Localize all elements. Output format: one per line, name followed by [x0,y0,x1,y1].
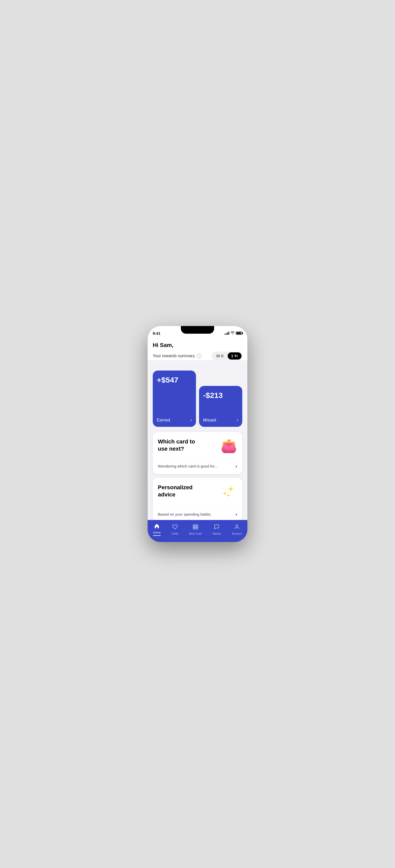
tab-home-label: Home [153,531,161,534]
which-card-feature[interactable]: Which card to use next? 👛 Wondering whic… [153,432,242,474]
personalized-footer: Based on your spending habits. › [158,507,237,517]
period-30d-button[interactable]: 30 D [212,352,227,360]
earned-card[interactable]: +$547 Earned › [153,371,196,427]
invite-icon [172,524,178,531]
tab-invite[interactable]: Invite [169,523,182,536]
tab-account-label: Account [232,532,242,535]
personalized-arrow: › [235,511,237,517]
earned-amount: +$547 [157,376,192,384]
status-time: 9:41 [153,331,160,336]
tab-advice-label: Advice [212,532,221,535]
earned-arrow: › [190,417,192,423]
personalized-advice-feature[interactable]: Personalized advice Based on your spendi… [153,478,242,520]
svg-marker-1 [222,491,227,496]
scroll-content[interactable]: Hi Sam, Your rewards summary. i 30 D 1 Y… [147,337,248,520]
account-icon [234,524,240,531]
which-card-footer: Wondering which card is good for… › [158,459,237,469]
greeting: Hi Sam, [153,342,242,348]
missed-footer: Missed › [203,417,238,423]
tab-invite-label: Invite [172,532,178,535]
personalized-desc: Based on your spending habits. [158,512,211,517]
period-1yr-button[interactable]: 1 Yr [228,352,241,360]
header-section: Hi Sam, Your rewards summary. i 30 D 1 Y… [147,337,248,360]
tab-advice[interactable]: Advice [209,523,224,536]
feature-cards: Which card to use next? 👛 Wondering whic… [147,432,248,520]
period-toggle: 30 D 1 Yr [211,351,242,360]
tab-best-card-label: Best Card [189,532,202,535]
wifi-icon [231,331,235,335]
earned-footer: Earned › [157,417,192,423]
tab-bar: Home Invite Best Card [147,520,248,542]
which-card-desc: Wondering which card is good for… [158,464,219,468]
which-card-title: Which card to use next? [158,438,204,452]
phone-frame: 9:41 [147,326,248,542]
advice-icon [214,524,220,531]
missed-amount: -$213 [203,391,238,400]
svg-marker-0 [227,485,235,493]
home-icon [154,523,160,530]
tab-home[interactable]: Home [150,522,164,537]
missed-arrow: › [237,417,238,423]
which-card-inner: Which card to use next? 👛 [158,438,237,454]
earned-label: Earned [157,418,170,423]
tab-best-card[interactable]: Best Card [186,523,205,536]
svg-point-8 [236,525,238,526]
svg-marker-2 [226,494,230,497]
missed-label: Missed [203,418,216,423]
battery-icon [236,332,242,335]
status-icons [225,331,242,335]
notch [181,326,214,334]
tab-account[interactable]: Account [229,523,245,536]
personalized-title: Personalized advice [158,484,204,498]
active-tab-indicator [153,535,161,536]
cards-section: +$547 Earned › -$213 Missed › [147,367,248,432]
wallet-icon: 👛 [221,438,237,454]
rewards-cards: +$547 Earned › -$213 Missed › [153,367,242,427]
missed-card[interactable]: -$213 Missed › [199,386,242,427]
personalized-inner: Personalized advice [158,484,237,502]
rewards-label: Your rewards summary. i [153,354,202,358]
svg-rect-3 [193,525,198,529]
rewards-row: Your rewards summary. i 30 D 1 Yr [153,351,242,360]
sparkles-icon [219,484,237,502]
info-icon[interactable]: i [197,354,202,358]
signal-icon [225,332,229,335]
which-card-arrow: › [235,463,237,469]
best-card-icon [193,524,198,531]
